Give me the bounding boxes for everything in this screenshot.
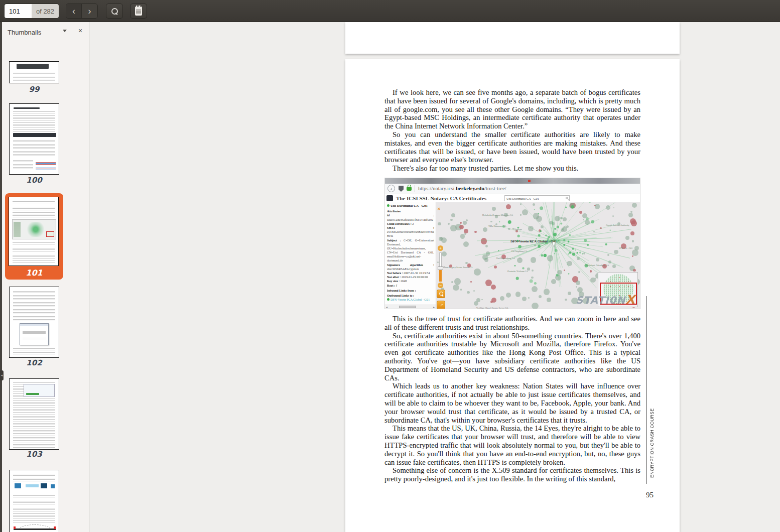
window-edge: [0, 22, 2, 532]
chevron-right-icon: ›: [88, 6, 91, 17]
thumbnail-screenshot-preview: [24, 384, 55, 397]
paragraph: Something else of concern is the X.509 s…: [384, 466, 640, 483]
inbound-links-heading: Inbound Links from :: [387, 289, 434, 293]
paragraph: So you can understand the smaller certif…: [384, 130, 640, 164]
icsi-logo: [386, 195, 393, 201]
figure-trust-tree-screenshot: ‹ https://notary.icsi.berkeley.edu/trust…: [384, 178, 640, 309]
thumbnail-label: 100: [9, 176, 59, 185]
thumbnail-graph-preview: [12, 219, 56, 239]
outbound-link: DFN-Verein PCA Global - G01: [391, 298, 430, 301]
printed-page-number: 95: [646, 491, 654, 499]
previous-page-button[interactable]: ‹: [66, 4, 82, 18]
browser-url-bar: ‹ https://notary.icsi.berkeley.edu/trust…: [385, 184, 640, 194]
divider: [415, 185, 415, 192]
paragraph: If we look here, we can see five months …: [384, 88, 640, 130]
sidebar-close-button[interactable]: ×: [75, 26, 85, 36]
page-body-text: If we look here, we can see five months …: [384, 88, 640, 483]
search-icon: [111, 8, 118, 15]
close-icon: ✕: [437, 205, 441, 214]
sidebar-resize-handle[interactable]: ◂: [0, 370, 4, 380]
red-dot: [528, 180, 531, 182]
selected-node-label: DFN-Verein PCA Global - G01: [510, 237, 557, 246]
page-number-control: of 282: [4, 4, 59, 19]
magnifier-button: [437, 290, 445, 298]
url-text: https://notary.icsi.berkeley.edu/trust-t…: [418, 185, 506, 193]
toolbar: of 282 ‹ ›: [0, 0, 780, 22]
current-page: If we look here, we can see five months …: [345, 59, 680, 532]
thumbnail-label: 102: [9, 358, 59, 367]
thumbnails-sidebar: Thumbnails × 99 100 101 102: [0, 22, 89, 532]
zoom-slider-handle: [438, 267, 443, 270]
thumbnail-label: 103: [9, 450, 59, 459]
outbound-links-heading: Outbound Links to :: [387, 294, 434, 298]
chapter-side-label: ENCRYPTION CRASH COURSE: [649, 423, 657, 478]
notary-site-header: The ICSI SSL Notary: CA Certificates Uni…: [385, 194, 640, 202]
browser-tab-strip: [385, 178, 640, 184]
thumbnail-timeline-diagram: [14, 524, 56, 531]
attributes-heading: Attributes: [387, 209, 434, 213]
document-icon: [135, 7, 142, 16]
thumbnail-page-102[interactable]: [9, 287, 59, 358]
thumbnail-page-99[interactable]: [9, 61, 59, 83]
chevron-down-icon: [63, 30, 67, 32]
thumbnail-page-100[interactable]: [9, 103, 59, 175]
page-total-label: of 282: [32, 4, 59, 18]
paragraph: There's also far too many trusted partie…: [384, 164, 640, 173]
back-icon: ‹: [387, 185, 395, 192]
certificate-title: Uni Dortmund CA - G01: [391, 204, 428, 208]
thumbnail-page-103[interactable]: [9, 378, 59, 450]
sidebar-mode-dropdown[interactable]: [59, 26, 70, 35]
trust-graph: Helmholtz Zentrum München CA TiHo Hannov…: [436, 202, 640, 309]
zoom-in-icon: +: [438, 245, 443, 251]
paragraph: Which leads us to another key weakness: …: [384, 382, 640, 424]
zoom-out-icon: −: [438, 283, 443, 288]
chevron-left-icon: ‹: [72, 6, 75, 17]
notary-site-title: The ICSI SSL Notary: CA Certificates: [396, 194, 486, 203]
margin-rule: [646, 296, 647, 484]
thumbnail-label: 99: [9, 85, 59, 94]
notary-content: Uni Dortmund CA - G01 Attributes id : aa…: [385, 202, 640, 309]
document-view[interactable]: If we look here, we can see five months …: [90, 22, 780, 532]
stationx-watermark: STATI0NX: [576, 296, 635, 305]
expand-arrow-button: →: [437, 301, 445, 309]
thumbnail-label: 101: [5, 268, 63, 278]
search-icon: [566, 197, 568, 199]
green-node-icon: [387, 298, 389, 301]
thumbnail-network-diagram: [15, 483, 55, 491]
thumbnail-page-101-selected[interactable]: 101: [5, 193, 63, 280]
paragraph: This is the tree of trust for certificat…: [384, 315, 640, 332]
lock-icon: [407, 187, 412, 191]
panel-scrollbar: ◂▸: [385, 305, 436, 309]
search-button[interactable]: [106, 4, 123, 19]
green-node-icon: [387, 204, 389, 207]
zoom-slider-fill: [439, 269, 442, 282]
browser-screenshot: ‹ https://notary.icsi.berkeley.edu/trust…: [384, 178, 640, 309]
paragraph: So, certificate authorities exist in abo…: [384, 332, 640, 382]
next-page-button[interactable]: ›: [82, 4, 97, 18]
thumbnail-page: [9, 197, 59, 266]
annotations-button[interactable]: [130, 4, 147, 19]
thumbnail-page-104[interactable]: [9, 470, 59, 532]
previous-page-bottom: [345, 22, 680, 54]
certificate-detail-panel: Uni Dortmund CA - G01 Attributes id : aa…: [385, 202, 436, 309]
sidebar-title: Thumbnails: [8, 29, 41, 36]
shield-icon: [399, 186, 404, 192]
page-number-input[interactable]: [5, 4, 32, 18]
notary-search-box: Uni Dortmund CA - G01: [504, 195, 570, 201]
thumbnail-dialog-preview: [20, 323, 49, 345]
paragraph: This means that the US, UK, China, Russi…: [384, 424, 640, 466]
page-nav-buttons: ‹ ›: [66, 4, 98, 19]
